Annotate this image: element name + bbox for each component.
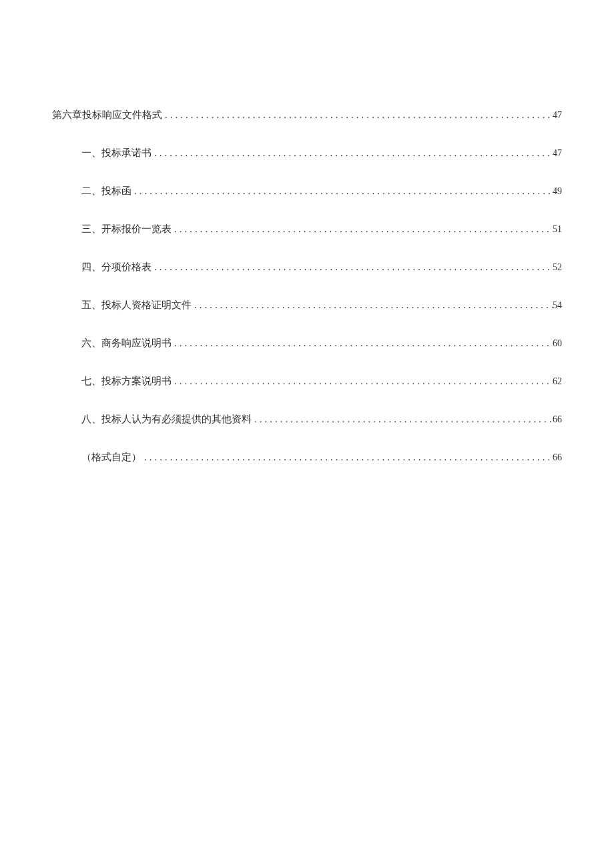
- toc-leader-dots: [172, 224, 553, 235]
- toc-page-number: 66: [553, 414, 562, 425]
- toc-entry: 八、投标人认为有必须提供的其他资料 66: [52, 413, 562, 426]
- toc-leader-dots: [172, 376, 553, 387]
- toc-leader-dots: [172, 338, 553, 349]
- toc-label: 六、商务响应说明书: [81, 337, 172, 350]
- toc-entry: 六、商务响应说明书 60: [52, 337, 562, 350]
- toc-label: 四、分项价格表: [81, 261, 151, 274]
- toc-entry: 二、投标函 49: [52, 185, 562, 197]
- toc-leader-dots: [151, 147, 553, 159]
- toc-page-number: 62: [553, 376, 562, 387]
- toc-entry: 五、投标人资格证明文件 54: [52, 299, 562, 312]
- toc-label: （格式自定）: [81, 451, 141, 464]
- toc-label: 五、投标人资格证明文件: [81, 299, 192, 312]
- toc-entry: 一、投标承诺书 47: [52, 147, 562, 159]
- toc-page-number: 60: [553, 338, 562, 349]
- toc-leader-dots: [162, 109, 553, 121]
- toc-leader-dots: [141, 452, 553, 463]
- toc-entry: 七、投标方案说明书 62: [52, 375, 562, 388]
- toc-page-number: 52: [553, 262, 562, 273]
- toc-entry: （格式自定） 66: [52, 451, 562, 464]
- toc-entry: 四、分项价格表 52: [52, 261, 562, 274]
- toc-page-number: 47: [553, 110, 562, 121]
- toc-leader-dots: [252, 414, 553, 425]
- toc-page-number: 51: [553, 224, 562, 235]
- toc-leader-dots: [151, 262, 553, 273]
- toc-page-number: 66: [553, 452, 562, 463]
- toc-page-number: 49: [553, 186, 562, 197]
- toc-label: 三、开标报价一览表: [81, 223, 172, 236]
- toc-entry: 三、开标报价一览表 51: [52, 223, 562, 236]
- toc-label: 八、投标人认为有必须提供的其他资料: [81, 413, 252, 426]
- toc-label: 二、投标函: [81, 185, 131, 197]
- toc-label: 七、投标方案说明书: [81, 375, 172, 388]
- toc-label: 一、投标承诺书: [81, 147, 151, 159]
- toc-page-number: 47: [553, 148, 562, 159]
- toc-label: 第六章投标响应文件格式: [52, 109, 162, 121]
- toc-entry: 第六章投标响应文件格式 47: [52, 109, 562, 121]
- toc-leader-dots: [131, 185, 553, 197]
- toc-page-number: 54: [553, 300, 562, 311]
- table-of-contents: 第六章投标响应文件格式 47 一、投标承诺书 47 二、投标函 49 三、开标报…: [52, 109, 562, 464]
- toc-leader-dots: [192, 300, 553, 311]
